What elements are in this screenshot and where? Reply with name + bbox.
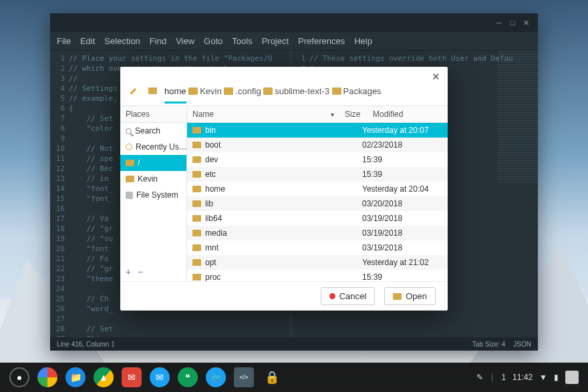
- file-row[interactable]: lib6403/19/2018: [187, 211, 448, 226]
- places-sidebar: Places SearchRecently Us…/KevinFile Syst…: [120, 106, 187, 281]
- twitter-icon[interactable]: 🐦: [206, 367, 226, 387]
- close-window-button[interactable]: ✕: [519, 19, 533, 27]
- line-gutter: 1234567891011121314151617181920212223242…: [50, 51, 69, 337]
- dialog-footer: Cancel Open: [120, 281, 448, 311]
- file-row[interactable]: lib03/20/2018: [187, 196, 448, 211]
- folder-icon: [146, 84, 159, 97]
- menu-find[interactable]: Find: [150, 36, 166, 46]
- menubar: FileEditSelectionFindViewGotoToolsProjec…: [50, 32, 538, 51]
- remove-bookmark-button[interactable]: −: [138, 266, 143, 277]
- breadcrumb-sublimetext3[interactable]: sublime-text-3: [263, 86, 329, 96]
- cancel-label: Cancel: [339, 291, 366, 301]
- minimap[interactable]: [498, 51, 538, 184]
- folder-icon: [192, 259, 201, 266]
- chrome-icon[interactable]: [37, 367, 57, 387]
- avatar[interactable]: [565, 371, 579, 384]
- sort-indicator-icon[interactable]: ▾: [331, 111, 334, 118]
- folder-icon: [192, 230, 201, 236]
- files-app-icon[interactable]: 📁: [65, 367, 86, 387]
- messages-icon[interactable]: ✉: [150, 367, 170, 387]
- close-dialog-button[interactable]: ✕: [429, 71, 442, 84]
- file-row[interactable]: mnt03/19/2018: [187, 240, 448, 255]
- file-row[interactable]: optYesterday at 21:02: [187, 255, 448, 270]
- cursor-position: Line 416, Column 1: [57, 341, 115, 348]
- file-row[interactable]: boot02/23/2018: [187, 138, 448, 152]
- pen-icon[interactable]: ✎: [476, 373, 483, 382]
- open-label: Open: [406, 291, 427, 301]
- menu-goto[interactable]: Goto: [204, 36, 223, 46]
- menu-help[interactable]: Help: [354, 36, 372, 46]
- syntax-mode[interactable]: JSON: [513, 341, 531, 348]
- place-recentlyus[interactable]: Recently Us…: [120, 139, 186, 155]
- folder-icon: [192, 274, 201, 280]
- file-list-header: Name ▾ Size Modified: [187, 106, 448, 123]
- terminal-icon[interactable]: </>: [234, 367, 254, 387]
- place-search[interactable]: Search: [120, 123, 186, 139]
- menu-preferences[interactable]: Preferences: [298, 36, 345, 46]
- gmail-icon[interactable]: ✉: [122, 367, 142, 387]
- launcher-icon[interactable]: ●: [9, 367, 29, 387]
- open-button[interactable]: Open: [384, 287, 436, 305]
- folder-icon: [192, 200, 201, 207]
- clock[interactable]: 11:42: [512, 373, 533, 382]
- menu-view[interactable]: View: [176, 36, 194, 46]
- edit-path-icon[interactable]: [127, 84, 140, 97]
- taskbar: ● 📁 ▲ ✉ ✉ ❝ 🐦 </> 🔒 ✎ | 1 11:42 ▼ ▮: [0, 363, 588, 392]
- folder-icon: [192, 244, 201, 251]
- place-kevin[interactable]: Kevin: [120, 171, 186, 187]
- places-actions: + −: [120, 262, 186, 281]
- maximize-button[interactable]: □: [506, 19, 519, 27]
- column-name[interactable]: Name: [192, 110, 214, 119]
- folder-icon: [192, 156, 201, 163]
- file-list[interactable]: binYesterday at 20:07boot02/23/2018dev15…: [187, 123, 448, 281]
- battery-icon[interactable]: ▮: [554, 373, 559, 382]
- cancel-button[interactable]: Cancel: [321, 287, 375, 305]
- menu-tools[interactable]: Tools: [232, 36, 252, 46]
- menu-project[interactable]: Project: [262, 36, 289, 46]
- breadcrumb-bar: home Kevin .config sublime-text-3 Packag…: [120, 76, 448, 106]
- menu-edit[interactable]: Edit: [80, 36, 95, 46]
- file-row[interactable]: homeYesterday at 20:04: [187, 182, 448, 196]
- folder-icon: [192, 215, 201, 222]
- breadcrumb-Kevin[interactable]: Kevin: [188, 86, 222, 96]
- folder-icon: [192, 171, 201, 178]
- breadcrumb-config[interactable]: .config: [224, 86, 261, 96]
- file-row[interactable]: etc15:39: [187, 167, 448, 182]
- file-row[interactable]: media03/19/2018: [187, 226, 448, 240]
- lock-icon[interactable]: 🔒: [262, 367, 282, 387]
- place-filesystem[interactable]: File System: [120, 187, 186, 203]
- clock-icon: [126, 144, 132, 150]
- search-icon: [126, 128, 132, 134]
- file-list-pane: Name ▾ Size Modified binYesterday at 20:…: [187, 106, 448, 281]
- folder-icon: [192, 142, 201, 148]
- breadcrumb-Packages[interactable]: Packages: [332, 86, 382, 96]
- file-open-dialog: ✕ home Kevin .config sublime-text-3 Pack…: [120, 67, 448, 311]
- drive-icon[interactable]: ▲: [94, 367, 114, 387]
- breadcrumb-home[interactable]: home: [164, 86, 186, 104]
- folder-icon: [393, 293, 402, 300]
- disk-icon: [126, 192, 133, 199]
- menu-selection[interactable]: Selection: [104, 36, 140, 46]
- record-icon: [329, 293, 335, 299]
- window-titlebar: ─ □ ✕: [50, 13, 538, 32]
- wifi-icon[interactable]: ▼: [539, 373, 547, 382]
- column-modified[interactable]: Modified: [368, 106, 448, 123]
- minimize-button[interactable]: ─: [492, 19, 506, 27]
- column-size[interactable]: Size: [339, 106, 368, 123]
- folder-icon: [192, 186, 201, 192]
- folder-icon: [126, 160, 134, 166]
- notification-badge[interactable]: 1: [501, 373, 506, 382]
- places-header: Places: [120, 106, 186, 123]
- place-[interactable]: /: [120, 155, 186, 171]
- menu-file[interactable]: File: [57, 36, 71, 46]
- folder-icon: [126, 176, 134, 182]
- folder-icon: [192, 127, 201, 134]
- statusbar: Line 416, Column 1 Tab Size: 4 JSON: [50, 337, 538, 351]
- hangouts-icon[interactable]: ❝: [178, 367, 198, 387]
- file-row[interactable]: binYesterday at 20:07: [187, 123, 448, 138]
- file-row[interactable]: proc15:39: [187, 270, 448, 281]
- tab-size[interactable]: Tab Size: 4: [472, 341, 505, 348]
- file-row[interactable]: dev15:39: [187, 152, 448, 167]
- add-bookmark-button[interactable]: +: [126, 266, 131, 277]
